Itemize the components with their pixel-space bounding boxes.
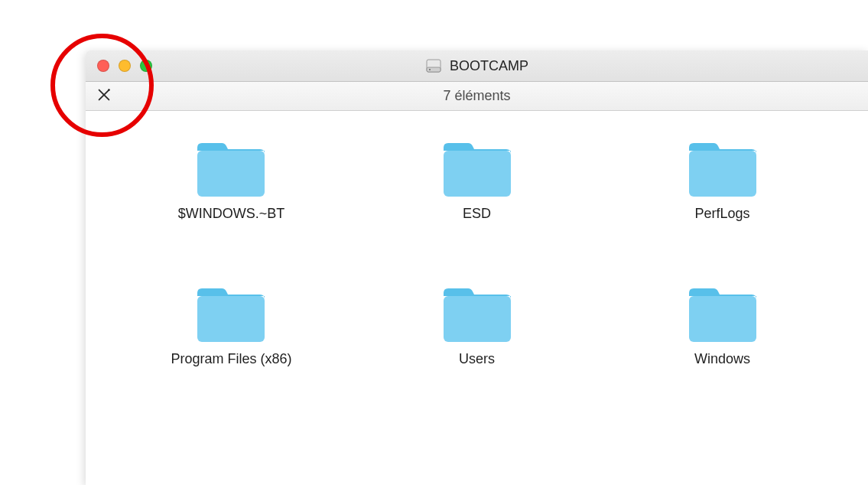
- folder-item[interactable]: Program Files (x86): [171, 287, 291, 367]
- traffic-lights: [86, 60, 152, 72]
- finder-window: BOOTCAMP 7 éléments $WIN: [86, 50, 868, 485]
- drive-icon: [425, 57, 442, 74]
- svg-rect-0: [427, 60, 441, 72]
- svg-point-5: [108, 89, 110, 91]
- folder-label: Users: [459, 351, 495, 367]
- svg-rect-8: [689, 151, 756, 197]
- svg-rect-11: [689, 296, 756, 342]
- svg-rect-6: [197, 151, 265, 197]
- folder-grid: $WINDOWS.~BT ESD PerfLogs: [86, 111, 868, 463]
- folder-icon: [194, 142, 268, 200]
- close-button[interactable]: [97, 60, 109, 72]
- folder-item[interactable]: ESD: [441, 142, 514, 222]
- svg-rect-10: [444, 296, 511, 342]
- folder-label: $WINDOWS.~BT: [178, 206, 285, 222]
- folder-label: ESD: [463, 206, 491, 222]
- svg-rect-1: [427, 67, 441, 72]
- titlebar[interactable]: BOOTCAMP: [86, 50, 868, 82]
- folder-label: PerfLogs: [694, 206, 749, 222]
- folder-item[interactable]: Users: [441, 287, 514, 367]
- toolbar-status: 7 éléments: [86, 88, 868, 104]
- maximize-button[interactable]: [140, 60, 152, 72]
- folder-label: Windows: [694, 351, 750, 367]
- item-count: 7 éléments: [443, 88, 510, 104]
- folder-icon: [686, 287, 759, 345]
- svg-rect-9: [197, 296, 265, 342]
- titlebar-title-container: BOOTCAMP: [86, 57, 868, 74]
- folder-icon: [441, 287, 514, 345]
- minimize-button[interactable]: [119, 60, 131, 72]
- window-title: BOOTCAMP: [450, 58, 528, 74]
- toolbar: 7 éléments: [86, 82, 868, 111]
- folder-item[interactable]: Windows: [686, 287, 759, 367]
- folder-icon: [441, 142, 514, 200]
- folder-item[interactable]: PerfLogs: [686, 142, 759, 222]
- wand-cross-icon: [96, 86, 112, 106]
- folder-label: Program Files (x86): [171, 351, 291, 367]
- folder-icon: [194, 287, 268, 345]
- svg-point-2: [429, 69, 431, 70]
- folder-item[interactable]: $WINDOWS.~BT: [178, 142, 285, 222]
- customize-tool-button[interactable]: [86, 82, 122, 110]
- folder-icon: [686, 142, 759, 200]
- svg-rect-7: [444, 151, 511, 197]
